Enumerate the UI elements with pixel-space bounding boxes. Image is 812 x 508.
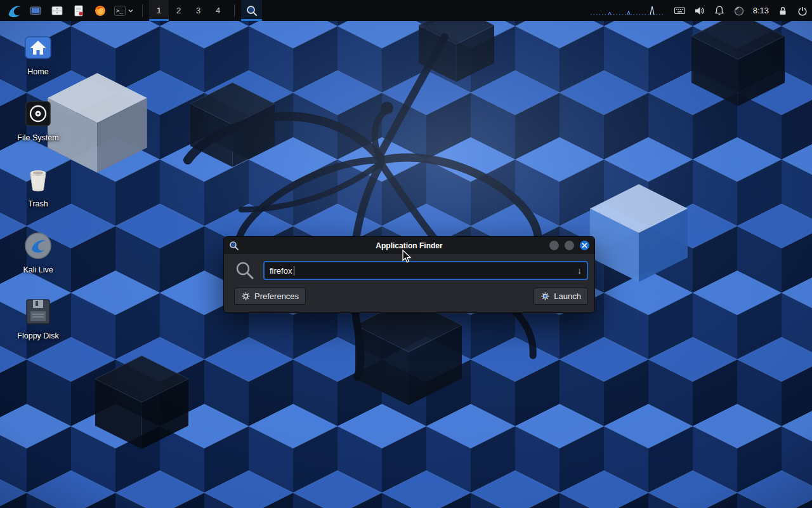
search-icon [246, 4, 258, 17]
desktop-icon-file-system[interactable]: File System [8, 99, 69, 142]
desktop: >_ 1 2 3 4 [0, 0, 812, 508]
desktop-icon-label: Home [27, 67, 48, 76]
notifications-tray-button[interactable] [714, 5, 725, 17]
firefox-icon [94, 4, 107, 17]
file-system-icon [23, 99, 53, 128]
panel-left: >_ 1 2 3 4 [4, 0, 262, 21]
text-editor-icon [72, 4, 85, 17]
desktop-icon-list: Home File System Trash Kal [8, 33, 69, 340]
launch-button[interactable]: Launch [534, 288, 588, 305]
application-finder-window-icon [229, 241, 239, 251]
volume-tray-button[interactable] [694, 5, 705, 17]
launch-button-label: Launch [554, 291, 581, 301]
window-title: Application Finder [229, 241, 589, 250]
chevron-down-icon [128, 8, 134, 14]
desktop-icon-trash[interactable]: Trash [8, 165, 69, 208]
window-icon [29, 4, 42, 17]
clock[interactable]: 8:13 [753, 6, 769, 15]
workspace-button-1[interactable]: 1 [149, 0, 169, 21]
desktop-icon-label: Floppy Disk [17, 331, 58, 340]
lock-icon [777, 5, 789, 17]
kali-menu-button[interactable] [4, 0, 23, 21]
search-input[interactable]: firefox ↓ [263, 261, 588, 280]
application-finder-window: Application Finder firefox [223, 236, 595, 313]
desktop-icon-home[interactable]: Home [8, 33, 69, 76]
keyboard-icon [674, 4, 686, 17]
bell-icon [714, 5, 725, 17]
kali-logo-icon [6, 3, 22, 19]
desktop-icon-label: Kali Live [23, 265, 53, 274]
network-monitor-graph[interactable] [589, 3, 665, 18]
gear-icon [241, 291, 251, 301]
panel-separator [142, 4, 143, 17]
keyboard-tray-button[interactable] [674, 4, 686, 17]
close-button[interactable] [580, 241, 589, 250]
workspace-button-2[interactable]: 2 [169, 0, 188, 21]
status-tray-button[interactable] [733, 5, 745, 17]
workspace-button-3[interactable]: 3 [188, 0, 208, 21]
firefox-launcher-button[interactable] [90, 0, 110, 21]
power-icon [797, 5, 808, 17]
mouse-cursor [402, 250, 415, 264]
text-cursor [294, 266, 294, 276]
button-row: Preferences Launch [230, 288, 588, 305]
file-manager-icon [51, 4, 63, 17]
power-button[interactable] [797, 5, 808, 17]
volume-icon [694, 5, 705, 17]
workspace-switcher: 1 2 3 4 [149, 0, 228, 21]
kali-live-icon [23, 231, 53, 260]
file-manager-launcher-button[interactable] [47, 0, 67, 21]
preferences-button-label: Preferences [254, 291, 299, 301]
desktop-icon-kali-live[interactable]: Kali Live [8, 231, 69, 274]
trash-icon [23, 165, 53, 194]
desktop-icon-label: Trash [28, 199, 48, 208]
search-query-text: firefox [270, 266, 292, 276]
top-panel: >_ 1 2 3 4 [0, 0, 812, 21]
status-circle-icon [733, 5, 745, 17]
floppy-disk-icon [23, 297, 53, 326]
workspace-button-4[interactable]: 4 [208, 0, 228, 21]
svg-text:>_: >_ [116, 8, 123, 14]
taskbar-item-application-finder[interactable] [241, 0, 262, 21]
desktop-icon-label: File System [17, 133, 58, 142]
window-buttons [549, 241, 589, 250]
terminal-icon: >_ [114, 4, 126, 17]
panel-separator [234, 4, 235, 17]
close-icon [582, 243, 587, 248]
minimize-button[interactable] [549, 241, 559, 250]
network-graph-icon [589, 3, 665, 18]
panel-right: 8:13 [589, 0, 808, 21]
launch-gear-icon [540, 291, 550, 301]
maximize-button[interactable] [565, 241, 574, 250]
preferences-button[interactable]: Preferences [234, 288, 306, 305]
search-icon [235, 260, 255, 281]
desktop-icon-floppy-disk[interactable]: Floppy Disk [8, 297, 69, 340]
lock-screen-button[interactable] [777, 5, 789, 17]
dropdown-arrow-icon[interactable]: ↓ [577, 265, 582, 276]
home-folder-icon [23, 33, 53, 62]
text-editor-launcher-button[interactable] [69, 0, 88, 21]
terminal-launcher-button[interactable]: >_ [112, 0, 136, 21]
window-launcher-button[interactable] [25, 0, 45, 21]
